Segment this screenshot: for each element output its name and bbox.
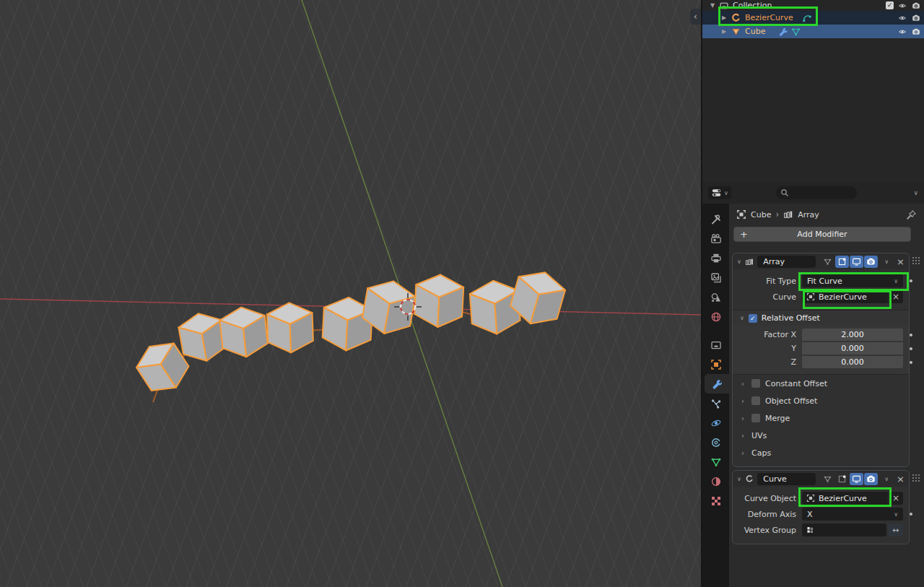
collapse-closed-icon[interactable]: ▶ xyxy=(720,28,728,35)
object-icon xyxy=(736,209,746,219)
relative-offset-header[interactable]: ∨ ✓ Relative Offset xyxy=(733,310,909,326)
factor-z-label: Z xyxy=(733,357,802,367)
constant-offset-section[interactable]: › Constant Offset xyxy=(733,375,909,392)
tab-object-data[interactable] xyxy=(702,452,729,471)
sidebar-collapse-button[interactable]: ‹ xyxy=(690,9,701,25)
panel-expand-icon[interactable]: ∨ xyxy=(737,258,741,265)
on-cage-toggle[interactable] xyxy=(835,473,849,485)
merge-checkbox[interactable] xyxy=(751,414,760,422)
object-offset-section[interactable]: › Object Offset xyxy=(733,392,909,409)
panel-drag-handle[interactable] xyxy=(912,256,921,265)
array-cube[interactable] xyxy=(267,303,313,352)
vertex-group-field[interactable] xyxy=(802,523,886,536)
collapse-open-icon[interactable]: ▼ xyxy=(708,2,717,9)
eye-icon[interactable] xyxy=(897,1,907,10)
extras-dropdown-icon[interactable]: ∨ xyxy=(884,258,889,265)
collection-label[interactable]: Collection xyxy=(733,1,772,10)
eye-icon[interactable] xyxy=(897,14,907,22)
camera-render-icon[interactable] xyxy=(911,14,921,22)
cube-label[interactable]: Cube xyxy=(745,27,765,36)
curve-object-field[interactable]: BezierCurve xyxy=(802,492,888,505)
animate-dot[interactable] xyxy=(910,334,912,336)
modifier-name: Curve xyxy=(763,474,786,484)
camera-render-icon[interactable] xyxy=(911,1,921,10)
tab-render[interactable] xyxy=(702,229,729,248)
edit-mode-toggle[interactable] xyxy=(821,256,834,268)
merge-section[interactable]: › Merge xyxy=(733,409,909,427)
array-cube[interactable] xyxy=(136,343,188,391)
3d-viewport[interactable]: ‹ xyxy=(0,0,701,587)
outliner-row-cube[interactable]: ▶ Cube xyxy=(702,25,924,38)
eye-icon[interactable] xyxy=(897,27,907,36)
invert-vertex-group-button[interactable]: ↔ xyxy=(888,523,903,536)
tab-texture[interactable] xyxy=(702,491,729,510)
deform-axis-dropdown[interactable]: X ∨ xyxy=(802,508,903,521)
curve-modifier-header[interactable]: ∨ Curve xyxy=(733,471,909,487)
array-cube[interactable] xyxy=(414,275,463,328)
tab-collection[interactable] xyxy=(702,335,729,355)
pin-icon[interactable] xyxy=(906,209,917,220)
tab-view-layer[interactable] xyxy=(702,268,729,287)
factor-y-field[interactable]: 0.000 xyxy=(802,342,903,355)
outliner-row-beziercurve[interactable]: ▶ BezierCurve xyxy=(702,11,924,25)
outliner-row-collection[interactable]: ▼ Collection ✓ xyxy=(702,0,924,11)
tab-output[interactable] xyxy=(702,248,729,268)
modifier-name-field[interactable]: Array xyxy=(757,256,816,268)
subpanel-expand-icon[interactable]: ∨ xyxy=(740,315,744,321)
chevron-down-icon[interactable]: ∨ xyxy=(913,189,918,196)
remove-modifier-button[interactable]: × xyxy=(897,474,905,484)
array-cube[interactable] xyxy=(219,308,267,357)
breadcrumb-object[interactable]: Cube xyxy=(751,210,771,219)
show-render-toggle[interactable] xyxy=(864,256,878,268)
panel-drag-handle[interactable] xyxy=(912,474,921,482)
tab-material[interactable] xyxy=(702,471,729,491)
caps-section[interactable]: › Caps xyxy=(733,444,909,461)
merge-label: Merge xyxy=(765,414,790,423)
animate-dot[interactable] xyxy=(910,361,912,364)
show-render-toggle[interactable] xyxy=(864,473,878,485)
add-modifier-button[interactable]: + Add Modifier xyxy=(733,227,911,242)
collapse-closed-icon[interactable]: ▶ xyxy=(720,14,728,21)
animate-dot[interactable] xyxy=(910,279,912,282)
constant-offset-checkbox[interactable] xyxy=(751,379,760,388)
chevron-down-icon: ∨ xyxy=(894,278,898,284)
tab-modifiers[interactable] xyxy=(705,374,729,393)
tab-scene[interactable] xyxy=(702,287,729,307)
clear-curve-object-button[interactable]: × xyxy=(889,492,903,505)
beziercurve-label[interactable]: BezierCurve xyxy=(745,13,793,22)
factor-x-row: Factor X 2.000 xyxy=(733,329,903,341)
fit-type-label: Fit Type xyxy=(733,277,802,286)
search-input[interactable] xyxy=(792,188,850,198)
array-modifier-panel: ∨ Array xyxy=(732,253,910,467)
tab-physics[interactable] xyxy=(702,413,729,432)
extras-dropdown-icon[interactable]: ∨ xyxy=(884,476,889,482)
tab-particles[interactable] xyxy=(702,393,729,413)
properties-search[interactable] xyxy=(776,186,857,199)
collection-checkbox[interactable]: ✓ xyxy=(886,1,894,9)
panel-expand-icon[interactable]: ∨ xyxy=(737,476,741,482)
editor-type-button[interactable]: ∨ xyxy=(708,186,731,199)
remove-modifier-button[interactable]: × xyxy=(897,256,905,267)
show-viewport-toggle[interactable] xyxy=(850,256,863,268)
clear-curve-button[interactable]: × xyxy=(889,290,903,303)
animate-dot[interactable] xyxy=(910,347,912,350)
modifier-name-field[interactable]: Curve xyxy=(757,473,816,485)
on-cage-toggle[interactable] xyxy=(835,256,849,268)
tab-tool[interactable] xyxy=(702,209,729,229)
relative-offset-checkbox[interactable]: ✓ xyxy=(749,314,757,323)
edit-mode-toggle[interactable] xyxy=(821,473,834,485)
show-viewport-toggle[interactable] xyxy=(850,473,863,485)
tab-object[interactable] xyxy=(702,355,729,374)
object-offset-checkbox[interactable] xyxy=(751,396,760,405)
factor-x-field[interactable]: 2.000 xyxy=(802,329,903,341)
fit-type-dropdown[interactable]: Fit Curve ∨ xyxy=(802,274,903,287)
tab-constraints[interactable] xyxy=(702,432,729,452)
factor-z-field[interactable]: 0.000 xyxy=(802,356,903,368)
camera-render-icon[interactable] xyxy=(911,27,921,36)
tab-world[interactable] xyxy=(702,307,729,326)
breadcrumb-modifier[interactable]: Array xyxy=(798,210,819,219)
animate-dot[interactable] xyxy=(910,513,912,516)
array-modifier-header[interactable]: ∨ Array xyxy=(733,253,909,269)
uvs-section[interactable]: › UVs xyxy=(733,427,909,444)
curve-object-field[interactable]: BezierCurve xyxy=(802,290,888,303)
